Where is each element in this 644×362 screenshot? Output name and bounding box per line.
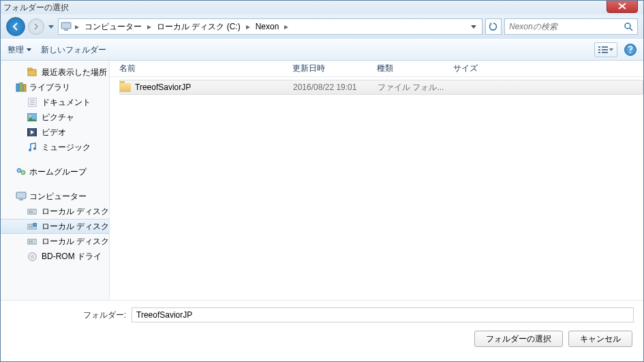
refresh-button[interactable] — [485, 18, 502, 35]
disk-icon — [27, 206, 37, 217]
sidebar-label: コンピューター — [29, 191, 87, 202]
sidebar-label: ローカル ディスク — [42, 236, 109, 247]
file-name-cell: TreeofSaviorJP — [120, 82, 293, 92]
svg-rect-1 — [64, 29, 68, 31]
column-type[interactable]: 種類 — [377, 63, 453, 74]
svg-point-28 — [21, 170, 25, 175]
recent-icon — [27, 67, 37, 78]
help-button[interactable] — [624, 44, 637, 56]
sidebar-item-disk[interactable]: ローカル ディスク — [1, 219, 109, 234]
sidebar-label: ローカル ディスク — [42, 206, 109, 217]
sidebar-label: ビデオ — [42, 127, 66, 138]
svg-rect-12 — [28, 68, 32, 70]
svg-rect-4 — [598, 46, 600, 48]
cancel-button[interactable]: キャンセル — [568, 331, 632, 347]
svg-rect-6 — [598, 49, 600, 50]
svg-rect-8 — [598, 52, 600, 53]
breadcrumb[interactable]: ▸ コンピューター ▸ ローカル ディスク (C:) ▸ Nexon ▸ — [58, 18, 482, 35]
breadcrumb-separator: ▸ — [74, 22, 80, 31]
svg-rect-15 — [23, 85, 26, 91]
svg-rect-9 — [602, 52, 608, 53]
back-button[interactable] — [6, 17, 25, 36]
chevron-down-icon — [609, 48, 613, 51]
pictures-icon — [27, 112, 37, 123]
refresh-icon — [489, 22, 498, 31]
sidebar-item-bdrom[interactable]: BD-ROM ドライ — [1, 249, 109, 264]
breadcrumb-dropdown[interactable] — [467, 25, 480, 29]
svg-line-3 — [630, 28, 632, 31]
close-icon — [618, 3, 626, 10]
svg-rect-30 — [19, 199, 23, 200]
new-folder-button[interactable]: 新しいフォルダー — [41, 44, 106, 56]
close-button[interactable] — [607, 0, 638, 13]
navigation-bar: ▸ コンピューター ▸ ローカル ディスク (C:) ▸ Nexon ▸ — [1, 14, 643, 39]
breadcrumb-separator: ▸ — [245, 22, 251, 31]
music-icon — [27, 142, 37, 153]
folder-field-row: フォルダー: — [10, 307, 634, 322]
folder-label: フォルダー: — [10, 310, 126, 321]
arrow-right-icon — [32, 22, 40, 31]
svg-rect-23 — [27, 128, 29, 136]
disk-icon — [27, 236, 37, 247]
bottom-panel: フォルダー: フォルダーの選択 キャンセル — [1, 300, 643, 361]
svg-rect-35 — [33, 223, 37, 226]
breadcrumb-item[interactable]: コンピューター — [82, 20, 144, 33]
chevron-down-icon — [471, 25, 476, 29]
sidebar-item-disk[interactable]: ローカル ディスク — [1, 204, 109, 219]
chevron-down-icon — [27, 48, 31, 51]
organize-menu[interactable]: 整理 — [7, 44, 31, 56]
sidebar-item-videos[interactable]: ビデオ — [1, 125, 109, 140]
file-name: TreeofSaviorJP — [135, 82, 191, 92]
breadcrumb-item[interactable]: ローカル ディスク (C:) — [154, 20, 243, 33]
column-name[interactable]: 名前 — [119, 63, 292, 74]
file-rows: TreeofSaviorJP 2016/08/22 19:01 ファイル フォル… — [110, 77, 643, 300]
sidebar-label: 最近表示した場所 — [42, 67, 107, 78]
disk-icon — [27, 221, 37, 232]
svg-rect-32 — [29, 211, 33, 213]
svg-point-10 — [630, 52, 631, 53]
file-date: 2016/08/22 19:01 — [293, 82, 378, 92]
column-size[interactable]: サイズ — [453, 63, 643, 74]
svg-rect-24 — [35, 128, 37, 136]
search-input[interactable] — [509, 22, 624, 31]
column-header: 名前 更新日時 種類 サイズ — [110, 61, 643, 77]
view-icon — [598, 46, 608, 54]
svg-point-25 — [29, 149, 31, 151]
chevron-down-icon — [48, 25, 54, 29]
help-icon — [627, 46, 634, 54]
sidebar-item-pictures[interactable]: ピクチャ — [1, 110, 109, 125]
svg-point-27 — [17, 168, 21, 172]
main-area: 最近表示した場所 ライブラリ ドキュメント ピクチャ ビデオ ミュ — [1, 61, 643, 300]
history-dropdown[interactable] — [47, 25, 55, 29]
folder-input[interactable] — [132, 307, 634, 322]
search-box[interactable] — [504, 18, 638, 35]
sidebar-group-library[interactable]: ライブラリ — [1, 80, 109, 95]
svg-rect-37 — [29, 241, 33, 243]
sidebar-label: ライブラリ — [29, 82, 70, 93]
view-mode-button[interactable] — [594, 42, 617, 57]
breadcrumb-separator: ▸ — [146, 22, 153, 31]
sidebar-item-music[interactable]: ミュージック — [1, 140, 109, 155]
svg-rect-5 — [602, 46, 608, 48]
select-folder-button[interactable]: フォルダーの選択 — [474, 331, 563, 347]
button-row: フォルダーの選択 キャンセル — [10, 331, 634, 347]
sidebar-label: ホームグループ — [29, 166, 87, 178]
breadcrumb-separator: ▸ — [283, 22, 290, 31]
sidebar-item-disk[interactable]: ローカル ディスク — [1, 234, 109, 249]
svg-rect-14 — [20, 82, 22, 91]
sidebar-group-homegroup[interactable]: ホームグループ — [1, 164, 109, 179]
breadcrumb-item[interactable]: Nexon — [253, 20, 282, 33]
sidebar-label: ローカル ディスク — [42, 221, 109, 232]
forward-button[interactable] — [28, 18, 44, 35]
sidebar-label: ピクチャ — [42, 112, 74, 123]
svg-point-2 — [625, 23, 630, 29]
sidebar-item-recent[interactable]: 最近表示した場所 — [1, 65, 109, 80]
file-row[interactable]: TreeofSaviorJP 2016/08/22 19:01 ファイル フォル… — [119, 80, 643, 95]
sidebar-item-documents[interactable]: ドキュメント — [1, 95, 109, 110]
svg-rect-7 — [602, 49, 608, 50]
document-icon — [27, 97, 37, 108]
svg-rect-0 — [61, 22, 71, 29]
column-date[interactable]: 更新日時 — [292, 63, 377, 74]
sidebar-group-computer[interactable]: コンピューター — [1, 189, 109, 204]
sidebar-label: ミュージック — [42, 142, 91, 153]
